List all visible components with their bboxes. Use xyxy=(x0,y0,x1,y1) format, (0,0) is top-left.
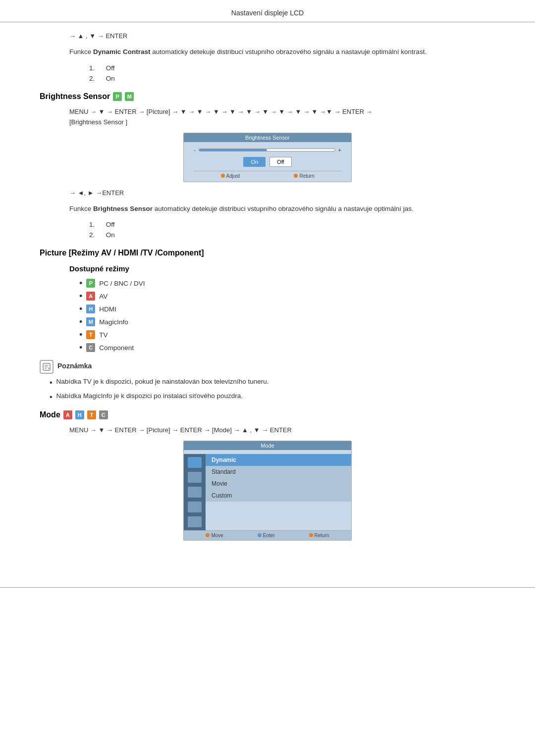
note-icon xyxy=(40,360,54,374)
mode-menu-body: Dynamic Standard Movie Custom xyxy=(184,450,351,530)
bullet-dot-tv: • xyxy=(79,330,82,339)
list2-num-2: 2. xyxy=(89,231,104,239)
adjust-dot xyxy=(221,174,225,178)
menu-title-text: Brightness Sensor xyxy=(245,135,290,141)
badge-av: A xyxy=(86,292,95,301)
list-label-1-1: Off xyxy=(106,64,115,72)
slider-row: - + xyxy=(194,147,341,153)
mode-magic-label: MagicInfo xyxy=(99,318,128,326)
footer-return: Return xyxy=(294,173,314,179)
mode-tv: • T TV xyxy=(79,330,495,339)
mode-nav-line: MENU → ▼ → ENTER → [Picture] → ENTER → [… xyxy=(40,426,495,434)
note-box: Poznámka xyxy=(40,360,495,374)
mode-heading-text: Mode xyxy=(40,410,60,419)
badge-m-icon: M xyxy=(125,92,134,101)
menu-title-bar: Brightness Sensor xyxy=(184,133,351,142)
mode-badge-h: H xyxy=(75,410,84,419)
mode-content-list: Dynamic Standard Movie Custom xyxy=(206,454,351,530)
sidebar-icon-3 xyxy=(188,487,202,498)
btn-on[interactable]: On xyxy=(243,157,266,167)
mode-badge-a: A xyxy=(63,410,72,419)
btn-off[interactable]: Off xyxy=(269,157,291,167)
mode-item-dynamic[interactable]: Dynamic xyxy=(206,454,351,466)
mode-item-movie[interactable]: Movie xyxy=(206,478,351,490)
return-dot xyxy=(294,174,298,178)
enter-label: Enter xyxy=(263,533,275,538)
mode-tv-label: TV xyxy=(99,331,107,339)
page-container: Nastavení displeje LCD → ▲ , ▼ → ENTER F… xyxy=(0,0,535,756)
mode-pc-label: PC / BNC / DVI xyxy=(99,280,145,287)
footer-adjust: Adjust xyxy=(221,173,240,179)
bullet-dot-av: • xyxy=(79,292,82,301)
desc2-bold: Brightness Sensor xyxy=(93,205,153,212)
mode-comp-label: Component xyxy=(99,344,134,352)
note-item-1: Nabídka TV je k dispozici, pokud je nain… xyxy=(50,378,495,388)
badge-p-icon: P xyxy=(113,92,122,101)
page-header: Nastavení displeje LCD xyxy=(0,0,535,22)
mode-item-standard[interactable]: Standard xyxy=(206,466,351,478)
menu-body: - + On Off Adjust xyxy=(184,142,351,182)
note-text-2: Nabídka MagicInfo je k dispozici po inst… xyxy=(56,392,243,400)
list-item-2-2: 2. On xyxy=(89,231,495,239)
list2-num-1: 1. xyxy=(89,221,104,228)
mode-menu-title-bar: Mode xyxy=(184,441,351,450)
mode-badge-t: T xyxy=(87,410,96,419)
list-item-2-1: 1. Off xyxy=(89,221,495,228)
enter-dot xyxy=(258,533,262,537)
brightness-nav-1: MENU → ▼ → ENTER → [Picture] → ▼ → ▼ → ▼… xyxy=(40,108,495,115)
mode-menu-title-text: Mode xyxy=(261,443,274,449)
bullet-dot-comp: • xyxy=(79,343,82,352)
return-dot-mode xyxy=(309,533,313,537)
mode-menu-footer: Move Enter Return xyxy=(184,530,351,540)
list2-label-2: On xyxy=(106,231,115,239)
list-item-1-2: 2. On xyxy=(89,75,495,82)
sidebar-icon-5 xyxy=(188,516,202,527)
move-dot xyxy=(206,533,210,537)
picture-section-heading: Picture [Režimy AV / HDMI /TV /Component… xyxy=(40,249,495,257)
footer-return-label: Return xyxy=(299,173,314,179)
description-1: Funkce Dynamic Contrast automaticky dete… xyxy=(40,47,495,57)
note-item-2: Nabídka MagicInfo je k dispozici po inst… xyxy=(50,392,495,403)
bullet-dot-pc: • xyxy=(79,279,82,288)
bullet-dot-magic: • xyxy=(79,317,82,326)
mode-component: • C Component xyxy=(79,343,495,352)
page-title: Nastavení displeje LCD xyxy=(231,9,304,17)
mode-hdmi: • H HDMI xyxy=(79,304,495,313)
slider-fill xyxy=(199,149,267,151)
brightness-nav-2: [Brightness Sensor ] xyxy=(40,118,495,126)
mode-badge-c: C xyxy=(99,410,108,419)
mode-sidebar xyxy=(184,454,206,530)
mode-heading: Mode A H T C xyxy=(40,410,495,419)
description-2: Funkce Brightness Sensor automaticky det… xyxy=(40,203,495,214)
picture-heading-text: Picture [Režimy AV / HDMI /TV /Component… xyxy=(40,249,204,257)
list2-label-1: Off xyxy=(106,221,115,228)
list-1: 1. Off 2. On xyxy=(40,64,495,82)
list-label-1-2: On xyxy=(106,75,115,82)
mode-menu-screenshot: Mode Dynamic Standard Movie Custom xyxy=(183,441,352,541)
brightness-sensor-label: Brightness Sensor xyxy=(40,92,110,101)
svg-marker-4 xyxy=(48,367,50,369)
slider-minus: - xyxy=(194,147,196,153)
list-2: 1. Off 2. On xyxy=(40,221,495,239)
mode-av-label: AV xyxy=(99,293,107,300)
desc-bold-1: Dynamic Contrast xyxy=(93,48,151,55)
nav-line-1: → ▲ , ▼ → ENTER xyxy=(40,32,495,40)
move-label: Move xyxy=(211,533,223,538)
desc2-prefix: Funkce xyxy=(69,205,93,212)
mode-pc: • P PC / BNC / DVI xyxy=(79,279,495,288)
badge-magic: M xyxy=(86,317,95,326)
desc2-suffix: automaticky detekuje distribuci vstupníh… xyxy=(153,205,414,212)
badge-tv: T xyxy=(86,330,95,339)
dostupne-rezimy-heading: Dostupné režimy xyxy=(40,264,495,273)
page-footer xyxy=(0,587,535,588)
brightness-sensor-menu: Brightness Sensor - + On Off A xyxy=(183,133,352,182)
footer-adjust-label: Adjust xyxy=(226,173,240,179)
mode-footer-enter: Enter xyxy=(258,533,275,538)
sidebar-icon-4 xyxy=(188,502,202,512)
sidebar-icon-2 xyxy=(188,472,202,483)
brightness-nav-text: MENU → ▼ → ENTER → [Picture] → ▼ → ▼ → ▼… xyxy=(69,108,373,115)
mode-footer-move: Move xyxy=(206,533,223,538)
bullet-dot-hdmi: • xyxy=(79,304,82,313)
brightness-sensor-heading: Brightness Sensor P M xyxy=(40,92,495,101)
mode-item-custom[interactable]: Custom xyxy=(206,490,351,502)
